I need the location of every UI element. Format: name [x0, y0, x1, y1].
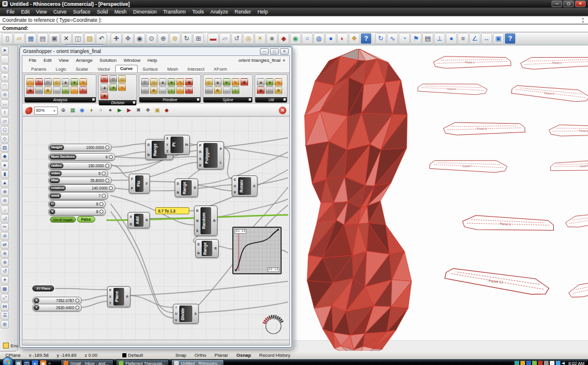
- circle-tool-icon[interactable]: ⊙: [1, 91, 9, 99]
- slider-knob-icon[interactable]: [99, 210, 103, 214]
- tab-curve[interactable]: Curve: [115, 65, 137, 72]
- closest-point-icon[interactable]: ↻: [35, 78, 43, 86]
- slider-rotation[interactable]: rotation140.0000: [48, 184, 115, 192]
- port-in-Y[interactable]: Y: [108, 301, 112, 305]
- tab-surface[interactable]: Surface: [139, 66, 162, 72]
- port-in-P[interactable]: P: [108, 288, 112, 292]
- save-icon[interactable]: ▦: [25, 33, 36, 44]
- status-pane-snap[interactable]: Snap: [171, 353, 191, 358]
- menu-solid[interactable]: Solid: [94, 8, 111, 15]
- offset-curve-icon[interactable]: ◆: [257, 87, 265, 94]
- flattened-panel[interactable]: Panel 6: [549, 122, 588, 140]
- ellipse-icon[interactable]: ∿: [176, 78, 184, 86]
- menu-transform[interactable]: Transform: [160, 8, 188, 15]
- mirror-tool-icon[interactable]: ⋈: [1, 303, 9, 311]
- tray-icon[interactable]: [514, 361, 519, 365]
- group-menu-icon[interactable]: [197, 98, 199, 101]
- help-icon[interactable]: ?: [360, 33, 372, 44]
- port-in-D[interactable]: D: [176, 182, 180, 185]
- focus-extents-icon[interactable]: ⊕: [59, 107, 67, 114]
- gumball-icon[interactable]: ◎: [243, 33, 254, 44]
- evaluate-curve-icon[interactable]: ◆: [26, 87, 34, 94]
- menu-file[interactable]: File: [4, 8, 18, 15]
- flag-icon[interactable]: ⚑: [410, 33, 422, 44]
- tween-curve-icon[interactable]: ≀: [232, 87, 239, 94]
- surface-tool-icon[interactable]: ◇: [1, 135, 9, 143]
- port-in-D[interactable]: D: [146, 143, 151, 147]
- status-pane-planar[interactable]: Planar: [211, 353, 232, 358]
- port-in-P[interactable]: P: [198, 144, 202, 147]
- point-tool-icon[interactable]: ·: [1, 55, 9, 64]
- flattened-panel[interactable]: Panel 1: [433, 54, 512, 72]
- slider-y[interactable]: Y2630.4400: [32, 304, 82, 311]
- node-rotate-5[interactable]: GAPRotateG: [232, 175, 258, 197]
- port-in-R[interactable]: R: [198, 164, 202, 167]
- slider-knob-icon[interactable]: [99, 202, 103, 206]
- boolean-toggle[interactable]: Unroll toggle False: [50, 216, 95, 223]
- flattened-panel[interactable]: Panel 2: [520, 55, 588, 71]
- knot-vector-icon[interactable]: □: [205, 87, 213, 94]
- earth-icon[interactable]: ●: [325, 33, 336, 44]
- menu-mesh[interactable]: Mesh: [112, 8, 130, 15]
- node-random-7[interactable]: RNSRandomR: [194, 205, 218, 236]
- gh-menu-edit[interactable]: Edit: [41, 58, 55, 63]
- refresh-icon[interactable]: ↻: [375, 33, 386, 44]
- rectangle-2pt-icon[interactable]: ≀: [168, 87, 175, 94]
- grasshopper-window[interactable]: Grasshopper - orient triangles_final — ▢…: [19, 47, 292, 348]
- start-button[interactable]: [2, 357, 14, 365]
- slider-knob-icon[interactable]: [75, 298, 79, 303]
- slider-fillet[interactable]: fillet35.8000: [48, 177, 112, 184]
- cylinder-tool-icon[interactable]: ▮: [1, 170, 9, 178]
- graph-mapper[interactable]: 0.1 : 1.0 0.0 : 1.0: [232, 227, 282, 274]
- menu-curve[interactable]: Curve: [51, 8, 70, 15]
- tray-icon[interactable]: [526, 361, 531, 365]
- command-scroll-arrows[interactable]: ▲▼: [582, 16, 584, 24]
- preview-eye-icon[interactable]: ◉: [78, 107, 86, 114]
- drop-icon[interactable]: ●: [446, 33, 457, 44]
- sketch-tool-icon[interactable]: [25, 107, 32, 114]
- render-tool-icon[interactable]: ◍: [1, 320, 9, 328]
- menu-surface[interactable]: Surface: [70, 8, 93, 15]
- flattened-panels-view[interactable]: Panel 1Panel 2Panel 3Panel 4Panel 5Panel…: [412, 49, 588, 351]
- contour-icon[interactable]: ▲: [101, 84, 108, 91]
- divide-length-icon[interactable]: ◇: [118, 75, 126, 83]
- line-sdl-icon[interactable]: □: [141, 87, 149, 94]
- sphere-tool-icon[interactable]: ●: [1, 161, 9, 170]
- flattened-panel[interactable]: Panel 5: [443, 120, 526, 138]
- port-out-Pt[interactable]: Pt: [185, 143, 189, 147]
- port-in-N[interactable]: N: [146, 153, 151, 157]
- port-in-D[interactable]: D: [196, 243, 201, 246]
- port-in-N[interactable]: N: [176, 191, 180, 194]
- options-icon[interactable]: ❖: [349, 33, 360, 44]
- cone-tool-icon[interactable]: ▲: [1, 179, 9, 187]
- tab-params[interactable]: Params: [27, 66, 51, 72]
- internet-explorer-icon[interactable]: e: [32, 360, 38, 365]
- analyze-surface-icon[interactable]: ◔: [399, 33, 410, 44]
- zoom-window-icon[interactable]: ⊙: [146, 33, 157, 44]
- window-switcher-icon[interactable]: ◫: [24, 360, 30, 365]
- flattened-panel[interactable]: Panel 10: [565, 210, 588, 228]
- discontinuity-icon[interactable]: ●: [71, 78, 78, 86]
- move-icon[interactable]: ✥: [122, 33, 133, 44]
- port-in-N[interactable]: N: [196, 251, 201, 255]
- node-range-8[interactable]: DNRangeR: [195, 239, 219, 258]
- evaluate-length-icon[interactable]: □: [35, 87, 43, 94]
- port-out-R[interactable]: R: [145, 218, 149, 222]
- dimension-icon[interactable]: ↔: [481, 33, 492, 44]
- fillet-icon[interactable]: ▲: [257, 78, 265, 86]
- print-icon[interactable]: ▤: [37, 33, 48, 44]
- pointer-tool-icon[interactable]: ➤: [1, 47, 9, 55]
- viewport-layout-icon[interactable]: ⊞: [193, 33, 204, 44]
- solver-play-icon[interactable]: ▶: [116, 107, 123, 114]
- color-wheel-icon[interactable]: ◉: [290, 33, 301, 44]
- port-in-G[interactable]: G: [233, 178, 237, 181]
- curve-on-surface-icon[interactable]: ⊕: [214, 87, 222, 94]
- gh-minimize-button[interactable]: —: [260, 48, 269, 55]
- curve-boolean-icon[interactable]: ⊛: [1, 258, 9, 267]
- slider-u[interactable]: U8: [48, 200, 106, 208]
- slider-knob-icon[interactable]: [105, 164, 109, 168]
- slider-num-sections[interactable]: Num Sections6: [48, 153, 115, 161]
- interpolate-icon[interactable]: ▲: [214, 78, 222, 86]
- ellipse-tool-icon[interactable]: ◡: [1, 99, 9, 108]
- zoom-icon[interactable]: ◉: [134, 33, 145, 44]
